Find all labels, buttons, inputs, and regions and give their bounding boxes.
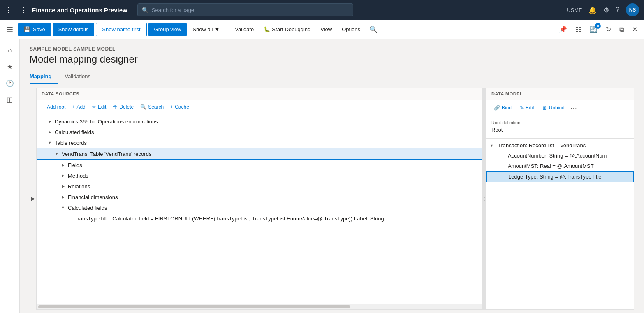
tree-item-dynamics365[interactable]: ▶ Dynamics 365 for Operations enumeratio… — [37, 116, 482, 127]
main-layout: ⌂ ★ 🕐 ◫ ☰ SAMPLE MODEL SAMPLE MODEL Mode… — [0, 39, 644, 313]
badge-count: 0 — [595, 23, 601, 29]
horizontal-scrollbar[interactable] — [37, 304, 482, 309]
cache-button[interactable]: + Cache — [168, 102, 192, 111]
dm-item-ledgertype[interactable]: LedgerType: String = @.TransTypeTitle — [486, 171, 634, 182]
sidebar-home-icon[interactable]: ⌂ — [2, 43, 17, 58]
breadcrumb: SAMPLE MODEL SAMPLE MODEL — [30, 46, 634, 52]
page-tabs: Mapping Validations — [20, 65, 644, 84]
save-label: Save — [33, 26, 45, 32]
edit-button[interactable]: ✏ Edit — [90, 102, 109, 111]
dm-edit-button[interactable]: ✎ Edit — [517, 103, 537, 112]
page-title: Model mapping designer — [30, 53, 634, 65]
datamodel-tree: ▼ Transaction: Record list = VendTrans A… — [486, 139, 634, 309]
view-button[interactable]: View — [316, 23, 336, 36]
expand-arrow-tablerecords: ▼ — [46, 139, 53, 146]
designer-container: ▶ DATA SOURCES + Add root + Add — [20, 84, 644, 313]
root-definition-label: Root definition — [491, 120, 629, 125]
show-details-button[interactable]: Show details — [53, 23, 95, 36]
add-root-icon: + — [42, 104, 45, 110]
bind-icon: 🔗 — [494, 105, 500, 111]
edit-icon: ✏ — [92, 104, 96, 110]
designer-area: ▶ DATA SOURCES + Add root + Add — [30, 88, 634, 310]
tree-item-table-records[interactable]: ▼ Table records — [37, 137, 482, 148]
tree-item-fields[interactable]: ▶ Fields — [37, 160, 482, 170]
datasources-toolbar: + Add root + Add ✏ Edit — [37, 100, 482, 114]
help-icon[interactable]: ? — [616, 6, 619, 14]
search-placeholder: Search for a page — [152, 7, 194, 13]
unbind-icon: 🗑 — [542, 105, 547, 111]
save-button[interactable]: 💾 Save — [18, 23, 51, 36]
hamburger-icon[interactable]: ☰ — [3, 23, 16, 37]
tree-item-transtypetitle[interactable]: TransTypeTitle: Calculated field = FIRST… — [37, 213, 482, 224]
expand-arrow-vendtrans: ▼ — [53, 151, 60, 157]
collapse-arrow[interactable]: ▶ — [30, 88, 36, 310]
avatar[interactable]: NS — [626, 3, 639, 16]
tab-mapping[interactable]: Mapping — [30, 70, 58, 84]
add-root-button[interactable]: + Add root — [40, 102, 68, 111]
root-definition-value: Root — [491, 126, 629, 134]
notification-icon[interactable]: 🔔 — [588, 6, 597, 14]
validate-button[interactable]: Validate — [231, 23, 258, 36]
page-header: SAMPLE MODEL SAMPLE MODEL Model mapping … — [20, 39, 644, 65]
expand-arrow-calcfields-top: ▶ — [46, 129, 53, 135]
delete-button[interactable]: 🗑 Delete — [110, 102, 136, 111]
dm-edit-icon: ✎ — [520, 105, 524, 111]
dm-arrow-transaction: ▼ — [490, 144, 496, 148]
tree-item-calculated-fields-sub[interactable]: ▼ Calculated fields — [37, 202, 482, 213]
popout-icon[interactable]: ⧉ — [616, 23, 627, 36]
datamodel-panel-header: DATA MODEL — [486, 88, 634, 100]
panel-divider[interactable]: ⋮ — [483, 88, 486, 310]
dm-item-accountnumber[interactable]: AccountNumber: String = @.AccountNum — [486, 151, 634, 161]
bind-button[interactable]: 🔗 Bind — [491, 103, 514, 112]
pin-icon[interactable]: 📌 — [556, 23, 570, 36]
scrollbar-thumb — [38, 305, 350, 308]
tree-item-vendtrans[interactable]: ▼ VendTrans: Table 'VendTrans' records — [37, 148, 482, 160]
show-all-button[interactable]: Show all ▼ — [188, 23, 224, 36]
expand-arrow-findim: ▶ — [60, 194, 66, 200]
tree-item-calculated-fields-top[interactable]: ▶ Calculated fields — [37, 127, 482, 137]
delete-icon: 🗑 — [113, 104, 118, 110]
search-button[interactable]: 🔍 Search — [138, 102, 166, 111]
expand-arrow-dynamics365: ▶ — [46, 118, 53, 125]
sidebar-recent-icon[interactable]: 🕐 — [2, 76, 17, 90]
tab-validations[interactable]: Validations — [65, 70, 97, 84]
app-title: Finance and Operations Preview — [32, 7, 127, 14]
badge-button[interactable]: 🔄 0 — [586, 23, 601, 36]
show-name-first-button[interactable]: Show name first — [96, 23, 146, 36]
tree-item-relations[interactable]: ▶ Relations — [37, 181, 482, 192]
sidebar-workspaces-icon[interactable]: ◫ — [2, 92, 17, 107]
root-definition-section: Root definition Root — [486, 116, 634, 139]
refresh-icon[interactable]: ↻ — [602, 23, 614, 36]
dm-item-transaction[interactable]: ▼ Transaction: Record list = VendTrans — [486, 140, 634, 151]
group-view-button[interactable]: Group view — [148, 23, 187, 36]
start-debugging-button[interactable]: 🐛 Start Debugging — [259, 23, 315, 36]
search-toolbar-icon[interactable]: 🔍 — [366, 23, 381, 36]
grid-icon[interactable]: ⋮⋮⋮ — [5, 5, 27, 14]
panel-icon[interactable]: ☷ — [572, 23, 584, 36]
debug-icon: 🐛 — [264, 26, 270, 32]
chevron-down-icon: ▼ — [214, 26, 220, 32]
global-search[interactable]: 🔍 Search for a page — [137, 3, 353, 16]
top-navbar: ⋮⋮⋮ Finance and Operations Preview 🔍 Sea… — [0, 0, 644, 20]
settings-icon[interactable]: ⚙ — [603, 6, 609, 14]
close-icon[interactable]: ✕ — [629, 23, 641, 36]
expand-arrow-calcfields-sub: ▼ — [60, 204, 66, 211]
toolbar-separator — [227, 24, 227, 35]
add-button[interactable]: + Add — [69, 102, 88, 111]
options-button[interactable]: Options — [338, 23, 364, 36]
company-label: USMF — [567, 7, 582, 13]
main-toolbar: ☰ 💾 Save Show details Show name first Gr… — [0, 20, 644, 39]
nav-icons: USMF 🔔 ⚙ ? NS — [567, 3, 639, 16]
sidebar-favorites-icon[interactable]: ★ — [2, 59, 17, 74]
expand-arrow-methods: ▶ — [60, 172, 66, 179]
more-options-icon[interactable]: ⋯ — [570, 104, 577, 112]
tree-item-financial-dimensions[interactable]: ▶ Financial dimensions — [37, 192, 482, 202]
expand-arrow-transtypetitle — [66, 215, 73, 222]
sidebar-modules-icon[interactable]: ☰ — [2, 109, 17, 123]
unbind-button[interactable]: 🗑 Unbind — [540, 103, 567, 112]
datasources-panel: DATA SOURCES + Add root + Add ✏ — [36, 88, 483, 310]
dm-item-amountmst[interactable]: AmountMST: Real = @.AmountMST — [486, 161, 634, 171]
datasources-panel-header: DATA SOURCES — [37, 88, 482, 100]
tree-item-methods[interactable]: ▶ Methods — [37, 170, 482, 181]
datamodel-panel: DATA MODEL 🔗 Bind ✎ Edit 🗑 Unbind — [486, 88, 634, 310]
